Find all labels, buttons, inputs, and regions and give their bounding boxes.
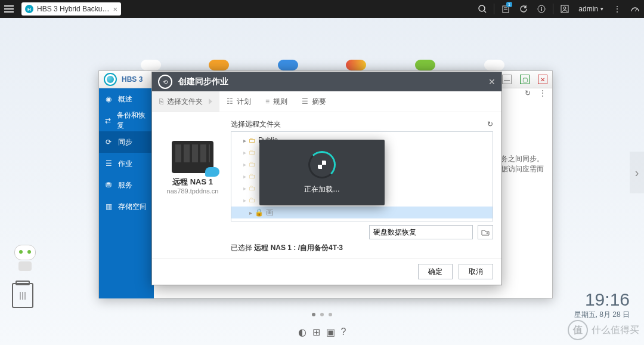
folder-icon: 🗀: [249, 196, 256, 204]
refresh-folder-icon[interactable]: ↻: [487, 120, 493, 128]
sidebar-item-3[interactable]: ☰作业: [99, 153, 154, 174]
topbar: H HBS 3 Hybrid Backu… × 1 admin ▾ ⋮: [0, 0, 644, 18]
sidebar-label: 作业: [118, 159, 132, 169]
folder-icon: 🗀: [249, 148, 256, 156]
wizard-tab-0[interactable]: ⎘选择文件夹: [152, 91, 219, 112]
dock-help-icon[interactable]: ?: [341, 326, 346, 338]
bottom-dock: ◐ ⊞ ▣ ?: [298, 326, 346, 338]
close-tab-icon[interactable]: ×: [113, 5, 117, 14]
chevron-down-icon: ▾: [600, 6, 603, 12]
svg-point-0: [479, 5, 485, 11]
selected-folder-label: 画: [266, 208, 273, 218]
new-folder-button[interactable]: [478, 225, 493, 239]
wizard-tab-1[interactable]: ☷计划: [219, 91, 258, 112]
tree-twisty-icon[interactable]: ▸: [243, 173, 246, 180]
tree-twisty-icon[interactable]: ▸: [249, 210, 252, 216]
dialog-title: 创建同步作业: [178, 76, 228, 87]
loading-text: 正在加载…: [304, 184, 340, 195]
lock-icon: 🔒: [255, 208, 264, 217]
folder-icon: 🗀: [249, 172, 256, 180]
dock-dashboard-icon[interactable]: ◐: [298, 326, 306, 338]
trash-icon[interactable]: [12, 283, 33, 308]
maximize-button[interactable]: ▢: [520, 75, 530, 84]
dialog-footer: 确定 取消: [152, 258, 501, 285]
watermark: 值 什么值得买: [568, 320, 639, 340]
remote-nas-card[interactable]: 远程 NAS 1 nas789.tpddns.cn: [160, 141, 225, 253]
close-dialog-icon[interactable]: ✕: [488, 77, 496, 87]
task-icon[interactable]: 1: [497, 0, 515, 18]
tab-step-icon: ≡: [265, 97, 270, 106]
sidebar-label: 存储空间: [118, 202, 147, 212]
tree-twisty-icon[interactable]: ▸: [243, 149, 246, 156]
wizard-tab-2[interactable]: ≡规则: [258, 91, 295, 112]
dock-apps-icon[interactable]: ⊞: [312, 326, 320, 338]
hbs-tab-icon: H: [25, 5, 33, 13]
notif-badge: 1: [506, 2, 512, 7]
folder-name-input[interactable]: [369, 225, 473, 239]
page-indicator[interactable]: [312, 313, 332, 316]
tab-step-icon: ⎘: [159, 97, 163, 106]
assistant-robot-icon[interactable]: [12, 245, 38, 271]
nas-device-icon: [172, 141, 213, 173]
close-window-button[interactable]: ✕: [538, 75, 547, 84]
hamburger-button[interactable]: [0, 0, 18, 18]
admin-label: admin: [578, 5, 598, 13]
watermark-text: 什么值得买: [592, 324, 639, 337]
sync-icon: ⟲: [158, 75, 172, 89]
sidebar-icon: ☰: [104, 159, 113, 168]
sidebar: ◉概述⇄备份和恢复⟳同步☰作业⛃服务▥存储空间: [99, 88, 154, 298]
nas-name: 远程 NAS 1: [160, 177, 225, 187]
sidebar-item-5[interactable]: ▥存储空间: [99, 196, 154, 217]
wizard-tabs: ⎘选择文件夹☷计划≡规则☰摘要: [152, 91, 501, 112]
folder-icon: 🗀: [249, 136, 256, 144]
dialog-header[interactable]: ⟲ 创建同步作业 ✕: [152, 72, 501, 91]
refresh-icon[interactable]: [515, 0, 532, 18]
folder-icon: 🗀: [249, 160, 256, 168]
clock-time: 19:16: [574, 289, 630, 310]
desktop-next-button[interactable]: ›: [630, 152, 644, 193]
sidebar-icon: ▥: [104, 202, 113, 211]
wizard-tab-3[interactable]: ☰摘要: [295, 91, 333, 112]
user-icon[interactable]: [556, 0, 574, 18]
minimize-button[interactable]: —: [502, 75, 512, 84]
more-icon[interactable]: ⋮: [608, 0, 626, 18]
sidebar-label: 服务: [118, 180, 132, 190]
watermark-badge: 值: [568, 320, 588, 340]
info-icon[interactable]: [532, 0, 550, 18]
tree-twisty-icon[interactable]: ▸: [243, 197, 246, 204]
tab-step-icon: ☷: [227, 97, 233, 106]
folder-icon: 🗀: [249, 184, 256, 192]
svg-point-4: [564, 7, 566, 10]
dashboard-icon[interactable]: [626, 0, 644, 18]
loading-overlay: 正在加载…: [259, 140, 385, 205]
browser-title: 选择远程文件夹: [231, 119, 281, 130]
sidebar-icon: ◉: [104, 95, 113, 103]
tree-twisty-icon[interactable]: ▸: [243, 185, 246, 192]
tree-twisty-icon[interactable]: ▸: [243, 161, 246, 168]
desktop-clock: 19:16 星期五, 8月 28 日: [574, 289, 630, 320]
sidebar-icon: ⇄: [104, 116, 112, 125]
sidebar-item-0[interactable]: ◉概述: [99, 88, 154, 110]
hbs-logo-icon: [104, 73, 117, 86]
app-title: HBS 3: [122, 75, 143, 84]
tab-label: 摘要: [312, 97, 326, 107]
tab-label: 选择文件夹: [167, 97, 203, 107]
search-icon[interactable]: [473, 0, 491, 18]
sidebar-icon: ⟳: [104, 138, 113, 146]
sidebar-label: 同步: [118, 137, 132, 147]
dock-screenshot-icon[interactable]: ▣: [326, 326, 335, 338]
app-tab[interactable]: H HBS 3 Hybrid Backu… ×: [21, 2, 121, 16]
sidebar-icon: ⛃: [104, 181, 113, 189]
chevron-right-icon: [209, 98, 212, 104]
sidebar-item-2[interactable]: ⟳同步: [99, 131, 154, 153]
sidebar-label: 备份和恢复: [117, 110, 149, 131]
tab-label: 规则: [273, 97, 287, 107]
tree-twisty-icon[interactable]: ▸: [243, 137, 246, 144]
sidebar-item-4[interactable]: ⛃服务: [99, 174, 154, 196]
ok-button[interactable]: 确定: [418, 264, 453, 279]
sidebar-item-1[interactable]: ⇄备份和恢复: [99, 110, 154, 131]
cancel-button[interactable]: 取消: [459, 264, 493, 279]
admin-menu[interactable]: admin ▾: [574, 5, 608, 13]
sidebar-label: 概述: [118, 94, 132, 104]
tab-step-icon: ☰: [302, 97, 308, 106]
